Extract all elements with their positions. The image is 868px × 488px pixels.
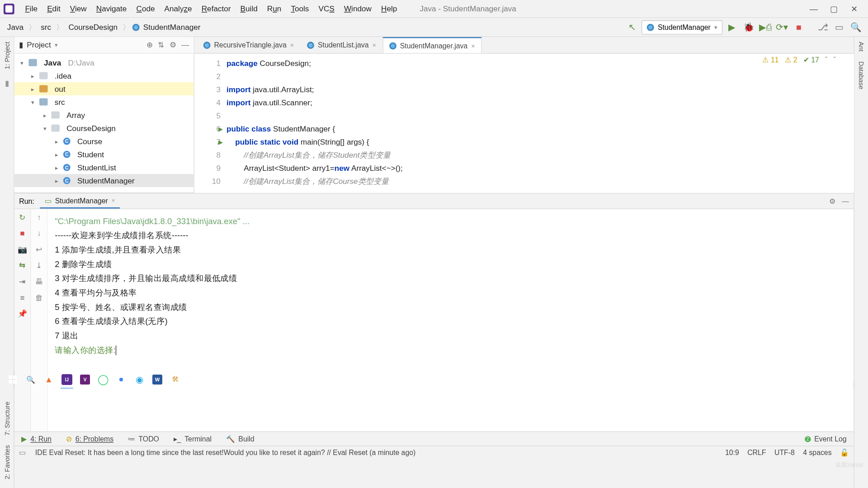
- git-button[interactable]: ⎇: [816, 20, 830, 34]
- close-icon[interactable]: ×: [290, 42, 294, 49]
- status-eol[interactable]: CRLF: [747, 448, 766, 456]
- status-position[interactable]: 10:9: [725, 448, 739, 456]
- wrap-icon[interactable]: ↩: [36, 245, 42, 254]
- crumb-src[interactable]: src: [38, 21, 53, 33]
- menu-tools[interactable]: Tools: [286, 2, 314, 15]
- maximize-button[interactable]: ▢: [824, 4, 844, 14]
- target-icon[interactable]: ⊕: [146, 41, 153, 50]
- tool-todo[interactable]: ≔TODO: [121, 435, 166, 443]
- tree-src[interactable]: ▾ src: [14, 95, 194, 108]
- run-button[interactable]: ▶: [725, 20, 740, 34]
- code-editor[interactable]: 123456▶7▶8910 package CourseDesign; impo…: [194, 54, 854, 192]
- coverage-button[interactable]: ▶⎙: [758, 20, 773, 34]
- hide-icon[interactable]: —: [842, 197, 849, 205]
- tree-class-studentlist[interactable]: ▸C StudentList: [14, 161, 194, 174]
- trash-icon[interactable]: 🗑: [35, 293, 43, 302]
- tools-icon[interactable]: 🛠: [166, 371, 184, 389]
- intellij-icon[interactable]: IJ: [58, 371, 76, 389]
- print-icon[interactable]: 🖶: [35, 277, 43, 286]
- crumb-root[interactable]: Java: [5, 21, 26, 33]
- tool-structure[interactable]: 7: Structure: [3, 397, 10, 440]
- search-icon[interactable]: 🔍: [22, 371, 40, 389]
- search-everywhere-button[interactable]: 🔍: [849, 20, 863, 34]
- tree-class-course[interactable]: ▸C Course: [14, 135, 194, 148]
- gear-icon[interactable]: ⚙: [170, 41, 177, 50]
- chevron-down-icon[interactable]: ▾: [55, 42, 58, 48]
- tool-project[interactable]: 1: Project: [3, 37, 10, 74]
- menu-edit[interactable]: Edit: [42, 2, 66, 15]
- menu-code[interactable]: Code: [132, 2, 160, 15]
- inspection-badges[interactable]: ⚠ 11 ⚠ 2 ✔ 17 ˆˇ: [762, 56, 836, 64]
- crumb-class[interactable]: StudentManager: [141, 21, 203, 33]
- tab-studentmanager[interactable]: StudentManager.java×: [382, 37, 481, 53]
- matlab-icon[interactable]: ▲: [40, 371, 58, 389]
- edge-icon[interactable]: ◉: [130, 371, 148, 389]
- menu-navigate[interactable]: Navigate: [91, 2, 132, 15]
- project-structure-button[interactable]: ▭: [832, 20, 847, 34]
- tree-out[interactable]: ▸ out: [14, 82, 194, 95]
- scroll-icon[interactable]: ⤓: [36, 261, 42, 270]
- start-button[interactable]: [4, 371, 22, 389]
- tree-class-studentmanager[interactable]: ▸C StudentManager: [14, 174, 194, 187]
- run-gutter-icon[interactable]: ▶: [218, 136, 223, 149]
- profile-button[interactable]: ⟳▾: [775, 20, 789, 34]
- debug-button[interactable]: 🐞: [741, 20, 756, 34]
- tree-array[interactable]: ▸ Array: [14, 108, 194, 122]
- tree-class-student[interactable]: ▸C Student: [14, 148, 194, 161]
- close-icon[interactable]: ×: [112, 197, 115, 204]
- hide-icon[interactable]: —: [181, 41, 189, 50]
- close-icon[interactable]: ×: [471, 42, 475, 49]
- weak-warnings-badge[interactable]: ⚠ 2: [785, 56, 797, 64]
- menu-window[interactable]: Window: [339, 2, 376, 15]
- tool-terminal[interactable]: ▸_Terminal: [166, 435, 219, 443]
- layout-icon[interactable]: ⇆: [19, 261, 26, 270]
- menu-file[interactable]: File: [20, 2, 42, 15]
- tab-recursivetriangle[interactable]: RecursiveTriangle.java×: [197, 37, 301, 53]
- tool-database[interactable]: Database: [858, 56, 865, 94]
- tool-build[interactable]: 🔨Build: [219, 435, 262, 443]
- run-tab[interactable]: ▭StudentManager×: [40, 194, 120, 209]
- tab-studentlist[interactable]: StudentList.java×: [301, 37, 383, 53]
- gear-icon[interactable]: ⚙: [829, 197, 836, 205]
- tool-favorites[interactable]: 2: Favorites: [3, 440, 10, 484]
- visualstudio-icon[interactable]: V: [76, 371, 94, 389]
- menu-help[interactable]: Help: [376, 2, 401, 15]
- crumb-pkg[interactable]: CourseDesign: [66, 21, 120, 33]
- status-indent[interactable]: 4 spaces: [803, 448, 831, 456]
- word-icon[interactable]: W: [148, 371, 166, 389]
- tool-eventlog[interactable]: 2Event Log: [797, 435, 854, 443]
- stop-button[interactable]: ■: [792, 20, 806, 34]
- up-icon[interactable]: ↑: [37, 213, 41, 222]
- stop-icon[interactable]: ■: [20, 229, 24, 238]
- tool-ant[interactable]: Ant: [858, 37, 865, 56]
- tree-root[interactable]: ▾ Java D:\Java: [14, 56, 194, 69]
- back-icon[interactable]: ↖: [625, 20, 639, 34]
- console-output[interactable]: "C:\Program Files\Java\jdk1.8.0_331\bin\…: [47, 209, 854, 432]
- code-content[interactable]: package CourseDesign; import java.util.A…: [226, 54, 854, 192]
- dump-icon[interactable]: 📷: [18, 245, 27, 254]
- menu-build[interactable]: Build: [236, 2, 262, 15]
- exit-icon[interactable]: ⇥: [19, 277, 26, 286]
- tool-problems[interactable]: ⊘6: Problems: [59, 435, 121, 443]
- tree-coursedesign[interactable]: ▾ CourseDesign: [14, 122, 194, 135]
- menu-vcs[interactable]: VCS: [314, 2, 339, 15]
- run-gutter-icon[interactable]: ▶: [218, 123, 223, 136]
- more-icon[interactable]: ≡: [20, 293, 24, 302]
- chrome-icon[interactable]: [112, 371, 130, 389]
- menu-analyze[interactable]: Analyze: [160, 2, 197, 15]
- loading-icon[interactable]: ◯: [94, 371, 112, 389]
- run-config-selector[interactable]: StudentManager ▾: [642, 20, 722, 34]
- menu-view[interactable]: View: [65, 2, 91, 15]
- lock-icon[interactable]: 🔓: [840, 448, 849, 456]
- down-icon[interactable]: ↓: [37, 229, 41, 238]
- close-button[interactable]: ✕: [844, 4, 864, 14]
- pin-icon[interactable]: 📌: [18, 309, 27, 318]
- rerun-icon[interactable]: ↻: [19, 213, 26, 222]
- expand-icon[interactable]: ⇅: [158, 41, 165, 50]
- tool-run[interactable]: ▶4: Run: [14, 435, 59, 443]
- typo-badge[interactable]: ✔ 17: [803, 56, 819, 64]
- menu-run[interactable]: Run: [262, 2, 286, 15]
- menu-refactor[interactable]: Refactor: [197, 2, 236, 15]
- tree-idea[interactable]: ▸ .idea: [14, 69, 194, 82]
- warnings-badge[interactable]: ⚠ 11: [762, 56, 779, 64]
